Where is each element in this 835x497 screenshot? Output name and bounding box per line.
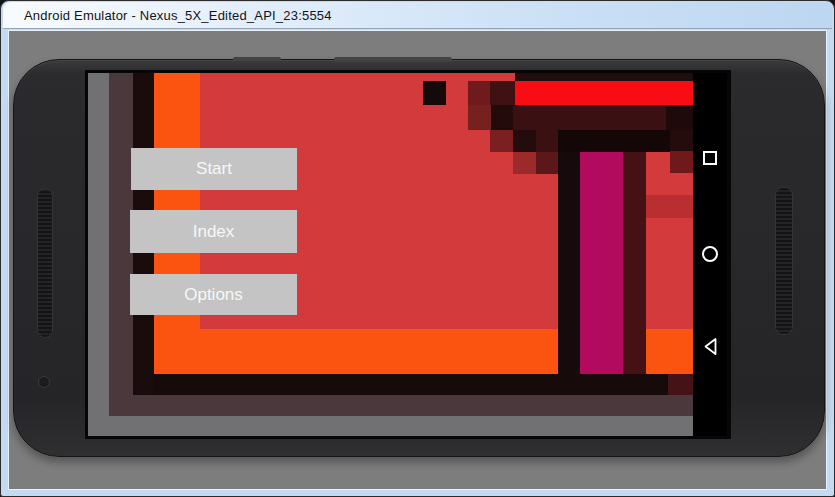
speaker-grille-right: [775, 187, 793, 335]
earpiece-slot-icon: [233, 57, 281, 61]
options-button[interactable]: Options: [130, 274, 297, 315]
game-pixel-rect: [491, 105, 513, 130]
home-circle-icon: [702, 246, 718, 262]
game-pixel-rect: [558, 130, 670, 152]
game-pixel-rect: [646, 195, 693, 218]
home-button[interactable]: [693, 234, 727, 274]
window-titlebar[interactable]: Android Emulator - Nexus_5X_Edited_API_2…: [3, 2, 832, 29]
game-pixel-rect: [423, 81, 446, 105]
game-pixel-rect: [109, 395, 693, 416]
back-triangle-icon: [703, 337, 718, 356]
game-pixel-rect: [468, 105, 491, 130]
game-pixel-rect: [668, 374, 693, 395]
game-pixel-rect: [536, 152, 558, 174]
recents-square-icon: [703, 151, 717, 165]
emulator-content-area: Start Index Options: [8, 30, 827, 490]
start-button-label: Start: [196, 159, 232, 179]
game-pixel-rect: [468, 81, 490, 105]
game-pixel-rect: [513, 152, 536, 174]
emulator-window: Android Emulator - Nexus_5X_Edited_API_2…: [0, 0, 835, 497]
game-pixel-rect: [670, 151, 693, 173]
game-pixel-rect: [580, 152, 623, 374]
game-pixel-rect: [515, 81, 693, 105]
back-button[interactable]: [693, 326, 727, 366]
index-button-label: Index: [193, 222, 235, 242]
start-button[interactable]: Start: [131, 148, 297, 190]
android-navbar: [693, 73, 727, 436]
phone-screen: Start Index Options: [88, 73, 727, 436]
phone-skin: Start Index Options: [13, 59, 825, 457]
options-button-label: Options: [184, 285, 243, 305]
game-pixel-rect: [536, 130, 558, 152]
game-pixel-rect: [490, 130, 513, 152]
camera-slot-icon: [334, 57, 452, 62]
microphone-dot: [38, 376, 50, 388]
game-pixel-rect: [558, 152, 580, 395]
game-pixel-rect: [623, 152, 646, 374]
game-screen[interactable]: [88, 73, 693, 436]
speaker-grille-left: [37, 188, 53, 338]
game-pixel-rect: [154, 374, 693, 395]
game-pixel-rect: [88, 73, 109, 436]
game-pixel-rect: [515, 73, 693, 81]
screen-frame: Start Index Options: [85, 70, 731, 439]
game-pixel-rect: [88, 416, 693, 436]
game-pixel-rect: [490, 81, 515, 105]
game-pixel-rect: [666, 105, 693, 130]
index-button[interactable]: Index: [130, 210, 297, 253]
window-title: Android Emulator - Nexus_5X_Edited_API_2…: [24, 8, 332, 23]
recents-button[interactable]: [693, 138, 727, 178]
